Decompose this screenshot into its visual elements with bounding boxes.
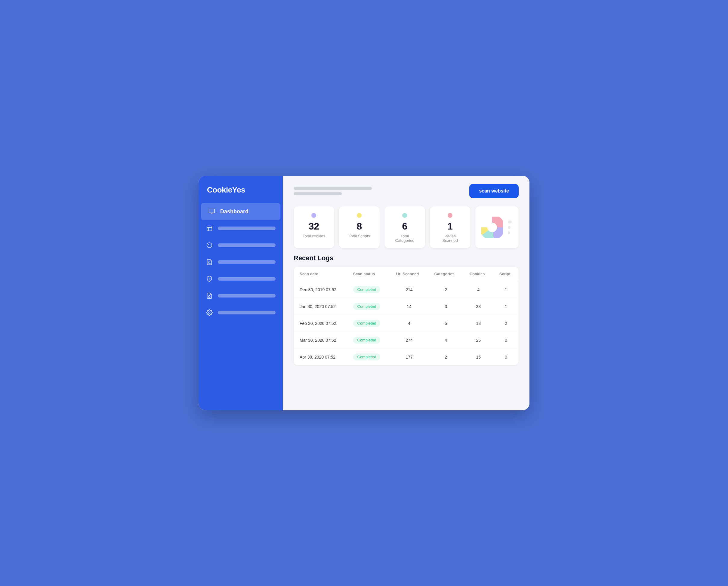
cell-url: 4 xyxy=(390,315,428,332)
cell-categories: 5 xyxy=(428,315,463,332)
shield-check-icon xyxy=(206,275,213,282)
stat-card-total-scripts: 8 Total Scripts xyxy=(339,206,380,248)
cell-date: Dec 30, 2019 07:52 xyxy=(294,281,347,298)
sidebar: CookieYes Dashboard xyxy=(199,176,283,410)
col-cookies: Cookies xyxy=(464,267,493,281)
logo: CookieYes xyxy=(199,176,283,203)
app-container: CookieYes Dashboard xyxy=(199,176,529,410)
table-row: Apr 30, 2020 07:52 Completed 177 2 15 0 xyxy=(294,349,519,365)
status-badge: Completed xyxy=(353,303,381,310)
pages-dot xyxy=(448,213,452,218)
nav-bar-3 xyxy=(218,260,276,264)
table-row: Feb 30, 2020 07:52 Completed 4 5 13 2 xyxy=(294,315,519,332)
chart-line-3 xyxy=(508,231,510,234)
cell-categories: 3 xyxy=(428,298,463,315)
stats-row: 32 Total cookies 8 Total Scripts 6 Total… xyxy=(283,203,529,254)
settings-icon xyxy=(206,309,213,316)
svg-rect-13 xyxy=(208,296,210,298)
cell-status: Completed xyxy=(347,298,390,315)
cookie-icon xyxy=(206,241,213,249)
layout-icon xyxy=(206,225,213,232)
cell-url: 214 xyxy=(390,281,428,298)
cell-cookies: 13 xyxy=(464,315,493,332)
svg-point-8 xyxy=(210,244,210,244)
table-row: Jan 30, 2020 07:52 Completed 14 3 33 1 xyxy=(294,298,519,315)
nav-bar-1 xyxy=(218,227,276,230)
svg-point-7 xyxy=(208,244,209,245)
cell-status: Completed xyxy=(347,315,390,332)
col-script: Script xyxy=(493,267,519,281)
stat-card-pages-scanned: 1 Pages Scanned xyxy=(430,206,470,248)
chart-line-1 xyxy=(508,221,512,224)
cell-status: Completed xyxy=(347,332,390,349)
sidebar-item-cookies[interactable] xyxy=(199,237,283,254)
svg-point-19 xyxy=(487,223,497,232)
logs-table-wrap: Scan date Scan status Url Scanned Catego… xyxy=(294,267,519,365)
cell-script: 1 xyxy=(493,281,519,298)
svg-rect-3 xyxy=(207,226,212,231)
pages-label: Pages Scanned xyxy=(437,234,463,243)
sidebar-item-dashboard[interactable]: Dashboard xyxy=(201,203,280,220)
svg-point-6 xyxy=(207,243,212,248)
cell-categories: 2 xyxy=(428,281,463,298)
cell-date: Mar 30, 2020 07:52 xyxy=(294,332,347,349)
stat-card-total-cookies: 32 Total cookies xyxy=(294,206,334,248)
sidebar-nav: Dashboard xyxy=(199,203,283,321)
svg-line-12 xyxy=(210,263,210,264)
table-header-row: Scan date Scan status Url Scanned Catego… xyxy=(294,267,519,281)
cell-cookies: 33 xyxy=(464,298,493,315)
main-header: scan website xyxy=(283,176,529,203)
svg-point-14 xyxy=(208,312,210,313)
header-bar-short xyxy=(294,192,342,195)
status-badge: Completed xyxy=(353,337,381,343)
cell-script: 0 xyxy=(493,332,519,349)
sidebar-item-data-request[interactable] xyxy=(199,287,283,304)
cell-url: 274 xyxy=(390,332,428,349)
file-lock-icon xyxy=(206,292,213,299)
pages-number: 1 xyxy=(447,221,453,232)
svg-point-10 xyxy=(209,246,209,246)
sidebar-item-consent-banner[interactable] xyxy=(199,220,283,237)
monitor-icon xyxy=(208,208,215,215)
col-scan-date: Scan date xyxy=(294,267,347,281)
col-url-scanned: Url Scanned xyxy=(390,267,428,281)
cell-status: Completed xyxy=(347,281,390,298)
stat-card-total-categories: 6 Total Categories xyxy=(385,206,425,248)
scripts-label: Total Scripts xyxy=(349,234,370,238)
sidebar-item-policy[interactable] xyxy=(199,271,283,287)
chart-line-2 xyxy=(508,226,511,229)
sidebar-item-audit[interactable] xyxy=(199,254,283,271)
categories-label: Total Categories xyxy=(392,234,418,243)
scripts-number: 8 xyxy=(357,221,362,232)
file-search-icon xyxy=(206,258,213,265)
col-categories: Categories xyxy=(428,267,463,281)
pie-chart xyxy=(481,216,503,238)
scan-website-button[interactable]: scan website xyxy=(469,184,519,198)
nav-bar-6 xyxy=(218,311,276,314)
cell-status: Completed xyxy=(347,349,390,365)
cookies-label: Total cookies xyxy=(303,234,325,238)
svg-rect-0 xyxy=(209,209,214,213)
chart-lines xyxy=(508,221,513,234)
scripts-dot xyxy=(357,213,362,218)
header-search-area xyxy=(294,187,372,195)
main-content: scan website 32 Total cookies 8 Total Sc… xyxy=(283,176,529,410)
cell-cookies: 15 xyxy=(464,349,493,365)
dashboard-label: Dashboard xyxy=(220,208,249,215)
cell-categories: 4 xyxy=(428,332,463,349)
cell-date: Jan 30, 2020 07:52 xyxy=(294,298,347,315)
cell-categories: 2 xyxy=(428,349,463,365)
cell-script: 2 xyxy=(493,315,519,332)
cell-cookies: 4 xyxy=(464,281,493,298)
svg-point-9 xyxy=(210,246,211,246)
status-badge: Completed xyxy=(353,354,381,360)
nav-bar-4 xyxy=(218,277,276,281)
nav-bar-2 xyxy=(218,244,276,247)
col-scan-status: Scan status xyxy=(347,267,390,281)
logs-title: Recent Logs xyxy=(294,254,519,262)
cookies-number: 32 xyxy=(309,221,319,232)
cookies-dot xyxy=(311,213,316,218)
sidebar-item-settings[interactable] xyxy=(199,304,283,321)
header-bar-long xyxy=(294,187,372,190)
cell-url: 177 xyxy=(390,349,428,365)
